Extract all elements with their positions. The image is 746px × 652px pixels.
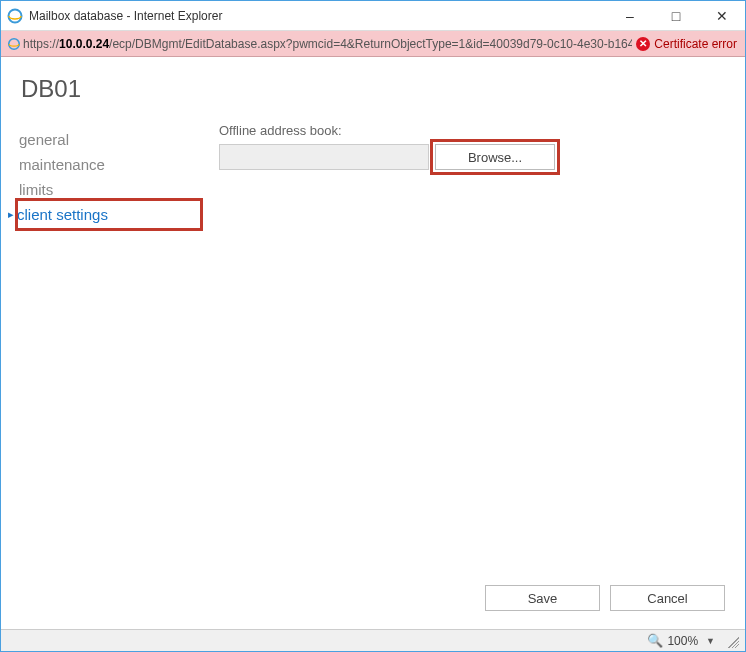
dialog-footer: Save Cancel [19,575,727,611]
sidebar-item-maintenance[interactable]: maintenance [19,152,199,177]
minimize-button[interactable]: – [607,1,653,30]
ie-favicon-icon [7,8,23,24]
sidebar-item-label: maintenance [19,156,105,173]
zoom-dropdown-icon[interactable]: ▼ [702,636,715,646]
status-bar: 🔍 100% ▼ [1,629,745,651]
page-title: DB01 [21,75,727,103]
sidebar-item-label: general [19,131,69,148]
close-button[interactable]: ✕ [699,1,745,30]
svg-point-0 [9,9,22,22]
url-scheme: https:// [23,37,59,51]
resize-grip-icon[interactable] [725,634,739,648]
window-title: Mailbox database - Internet Explorer [29,9,607,23]
svg-point-1 [9,38,20,49]
offline-address-book-input[interactable] [219,144,429,170]
sidebar-nav: general maintenance limits client settin… [19,123,199,575]
cert-error-label: Certificate error [654,37,737,51]
window-titlebar: Mailbox database - Internet Explorer – □… [1,1,745,31]
sidebar-item-label: client settings [17,206,108,223]
url-path: /ecp/DBMgmt/EditDatabase.aspx?pwmcid=4&R… [109,37,632,51]
offline-address-book-label: Offline address book: [219,123,727,138]
certificate-error-badge[interactable]: ✕ Certificate error [632,37,741,51]
sidebar-item-client-settings[interactable]: client settings [19,202,199,227]
page-content: DB01 general maintenance limits client s… [1,57,745,629]
cert-error-icon: ✕ [636,37,650,51]
window-controls: – □ ✕ [607,1,745,30]
zoom-level[interactable]: 100% [667,634,698,648]
save-button[interactable]: Save [485,585,600,611]
zoom-icon[interactable]: 🔍 [647,633,663,648]
sidebar-item-limits[interactable]: limits [19,177,199,202]
address-url[interactable]: https://10.0.0.24/ecp/DBMgmt/EditDatabas… [23,37,632,51]
cancel-button[interactable]: Cancel [610,585,725,611]
main-panel: Offline address book: Browse... [199,123,727,575]
browse-button[interactable]: Browse... [435,144,555,170]
maximize-button[interactable]: □ [653,1,699,30]
address-bar[interactable]: https://10.0.0.24/ecp/DBMgmt/EditDatabas… [1,31,745,57]
sidebar-item-general[interactable]: general [19,127,199,152]
sidebar-item-label: limits [19,181,53,198]
ie-page-icon [5,37,23,51]
url-host: 10.0.0.24 [59,37,109,51]
